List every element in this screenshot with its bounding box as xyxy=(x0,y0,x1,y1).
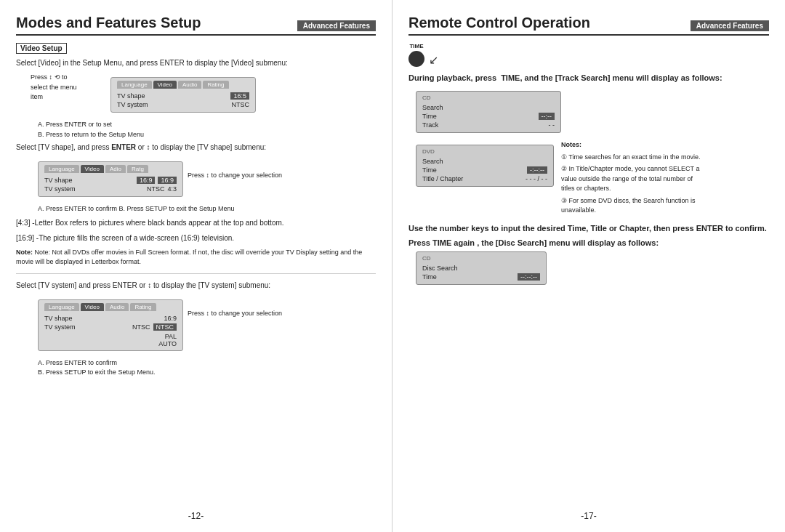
right-header: Remote Control Operation Advanced Featur… xyxy=(408,15,769,36)
caption1: A. Press ENTER or to set B. Press to ret… xyxy=(38,120,376,140)
during-playback-text: During playback, press TIME, and the [Tr… xyxy=(408,73,769,84)
cd-search-row: Search xyxy=(422,103,555,112)
note-full: Note: Note: Not all DVDs offer movies in… xyxy=(16,248,376,267)
left-title: Modes and Features Setup xyxy=(16,15,297,31)
dvd-menu-diagram: DVD Search Time -:--:-- Title / Chapter … xyxy=(416,145,554,187)
note-43: [4:3] -Letter Box refers to pictures whe… xyxy=(16,217,376,228)
press-time-text: Press TIME again , the [Disc Search] men… xyxy=(408,238,769,247)
menu2-row1: TV shape 16:9 16:9 xyxy=(44,176,177,185)
left-header: Modes and Features Setup Advanced Featur… xyxy=(16,15,376,36)
menu1-row2: TV system NTSC xyxy=(117,100,249,109)
cd-menu-diagram: CD Search Time --:-- Track - - xyxy=(416,91,561,133)
menu3-row1: TV shape 16:9 xyxy=(44,314,177,323)
note-169: [16:9] -The picture fills the screen of … xyxy=(16,233,376,243)
left-page-number: -12- xyxy=(188,511,204,521)
notes-box: Notes: ① Time searches for an exact time… xyxy=(561,140,706,216)
right-page-number: -17- xyxy=(581,511,596,521)
disc-search-label-row: Disc Search xyxy=(422,264,540,273)
left-panel: Modes and Features Setup Advanced Featur… xyxy=(0,0,392,532)
para3: Select [TV system] and press ENTER or ↕ … xyxy=(16,280,376,291)
disc-time-row: Time --:--:-- xyxy=(422,273,540,281)
left-badge: Advanced Features xyxy=(297,20,376,31)
caption3: A. Press ENTER to confirm B. Press SETUP… xyxy=(38,358,376,378)
indent1: Press ↕ ⟲ toselect the menuitem xyxy=(31,73,89,102)
menu3-diagram: Language Video Audio Rating TV shape 16:… xyxy=(38,299,183,351)
dvd-menu-area: DVD Search Time -:--:-- Title / Chapter … xyxy=(408,140,769,216)
menu2-row2: TV system NTSC 4:3 xyxy=(44,185,177,193)
right-title: Remote Control Operation xyxy=(408,15,691,31)
caption2: A. Press ENTER to confirm B. Press SETUP… xyxy=(38,204,376,214)
dvd-search-row: Search xyxy=(422,157,547,166)
video-setup-label: Video Setup xyxy=(16,43,376,57)
menu2-sidenote: Press ↕ to change your selection xyxy=(188,172,282,179)
cd-time-row: Time --:-- xyxy=(422,112,555,121)
right-panel: Remote Control Operation Advanced Featur… xyxy=(392,0,785,532)
cursor-icon: ↙ xyxy=(429,53,438,67)
disc-search-diagram: CD Disc Search Time --:--:-- xyxy=(416,251,547,285)
menu1-row1: TV shape 16:5 xyxy=(117,92,249,100)
dvd-time-row: Time -:--:-- xyxy=(422,166,547,174)
para2: Select [TV shape], and press ENTER or ↕ … xyxy=(16,142,376,153)
use-number-text: Use the number keys to input the desired… xyxy=(408,223,769,234)
menu3-sidenote: Press ↕ to change your selection xyxy=(188,310,282,317)
cd-track-row: Track - - xyxy=(422,121,555,129)
menu3-row2: TV system NTSC NTSC xyxy=(44,323,177,331)
menu2-diagram: Language Video Adio Ratg TV shape 16:9 1… xyxy=(38,161,183,197)
right-badge: Advanced Features xyxy=(691,20,769,31)
para1: Select [Video] in the Setup Menu, and pr… xyxy=(16,57,376,68)
dvd-title-row: Title / Chapter - - - / - - xyxy=(422,174,547,183)
page: Modes and Features Setup Advanced Featur… xyxy=(0,0,785,532)
time-button-icon xyxy=(408,51,424,67)
menu1-diagram: Language Video Audio Rating TV shape 16:… xyxy=(110,77,256,113)
time-icon-area: TIME ↙ xyxy=(408,43,769,67)
